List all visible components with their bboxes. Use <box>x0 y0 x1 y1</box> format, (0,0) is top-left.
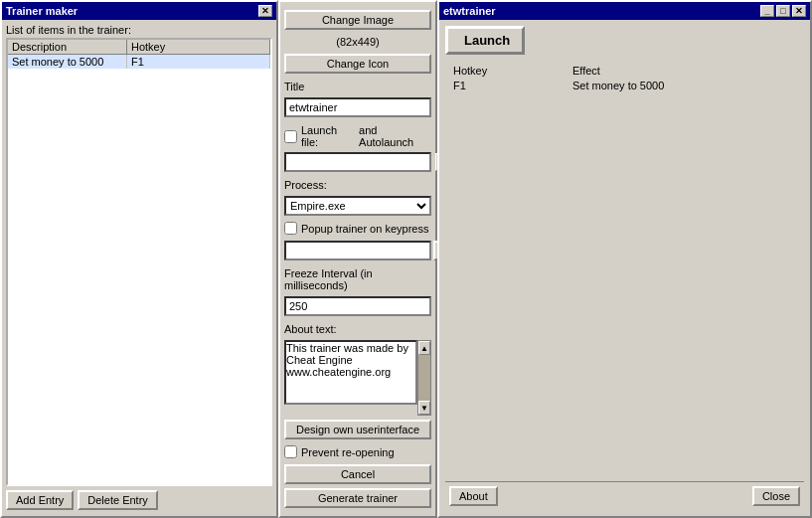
freeze-label: Freeze Interval (in milliseconds) <box>284 267 431 291</box>
about-scrollbar[interactable]: ▲ ▼ <box>417 340 431 416</box>
about-button[interactable]: About <box>449 486 498 506</box>
bottom-buttons: Add Entry Delete Entry <box>6 486 272 512</box>
launch-file-label: Launch file: <box>301 124 355 148</box>
hotkey-value: F1 <box>453 80 513 91</box>
trainer-maker-window-controls: ✕ <box>258 5 272 17</box>
scroll-down-btn[interactable]: ▼ <box>418 401 430 415</box>
col-hotkey: Hotkey <box>127 40 270 54</box>
delete-entry-button[interactable]: Delete Entry <box>78 490 158 510</box>
etwtrainer-titlebar: etwtrainer _ □ ✕ <box>439 2 810 20</box>
freeze-input[interactable] <box>284 296 431 316</box>
about-textarea[interactable]: This trainer was made by Cheat Engine ww… <box>284 340 417 405</box>
process-select[interactable]: Empire.exe <box>284 196 431 216</box>
close-button[interactable]: Close <box>752 486 800 506</box>
autolaunch-label: and Autolaunch <box>359 124 431 148</box>
popup-checkbox[interactable] <box>284 222 297 235</box>
prevent-label: Prevent re-opening <box>301 446 395 458</box>
image-dimensions: (82x449) <box>336 36 379 48</box>
trainer-maker-titlebar: Trainer maker ✕ <box>2 2 276 20</box>
hotkey-header: Hotkey Effect <box>449 63 800 79</box>
effect-value: Set money to 5000 <box>572 80 796 91</box>
etwtrainer-window: etwtrainer _ □ ✕ Launch Hotkey Effect F1… <box>437 0 812 518</box>
trainer-maker-content: List of items in the trainer: Descriptio… <box>2 20 276 516</box>
list-label: List of items in the trainer: <box>6 24 272 36</box>
close-button[interactable]: ✕ <box>258 5 272 17</box>
effect-col-header: Effect <box>572 65 796 77</box>
launch-file-input-row: 📁 <box>284 152 431 172</box>
etwtrainer-title: etwtrainer <box>443 5 496 17</box>
change-image-button[interactable]: Change Image <box>284 10 431 30</box>
image-size: (82x449) <box>284 36 431 48</box>
launch-file-row: Launch file: and Autolaunch <box>284 124 431 148</box>
generate-button[interactable]: Generate trainer <box>284 488 431 508</box>
about-text-label: About text: <box>284 323 431 335</box>
launch-button[interactable]: Launch <box>445 26 525 55</box>
col-description: Description <box>8 40 127 54</box>
prevent-row: Prevent re-opening <box>284 445 431 458</box>
items-list[interactable]: Description Hotkey Set money to 5000 F1 <box>6 38 272 486</box>
process-label: Process: <box>284 179 431 191</box>
trainer-maker-window: Trainer maker ✕ List of items in the tra… <box>0 0 278 518</box>
popup-input-row: Clear <box>284 241 431 260</box>
etwtrainer-window-controls: _ □ ✕ <box>760 5 806 17</box>
launch-file-input[interactable] <box>284 152 431 172</box>
design-ui-button[interactable]: Design own userinterface <box>284 420 431 439</box>
popup-key-input[interactable] <box>284 241 431 260</box>
item-description: Set money to 5000 <box>8 55 127 69</box>
prevent-checkbox[interactable] <box>284 445 297 458</box>
popup-label: Popup trainer on keypress <box>301 223 428 235</box>
scrollbar-track <box>418 355 430 401</box>
hotkey-row: F1 Set money to 5000 <box>449 79 800 92</box>
hotkey-col-header: Hotkey <box>453 65 513 77</box>
etwtrainer-close-btn[interactable]: ✕ <box>792 5 806 17</box>
popup-row: Popup trainer on keypress <box>284 222 431 235</box>
item-hotkey: F1 <box>127 55 270 69</box>
change-icon-button[interactable]: Change Icon <box>284 54 431 74</box>
about-text-container: This trainer was made by Cheat Engine ww… <box>284 340 431 416</box>
etwtrainer-content: Launch Hotkey Effect F1 Set money to 500… <box>439 20 810 516</box>
title-label: Title <box>284 81 431 92</box>
list-item[interactable]: Set money to 5000 F1 <box>8 55 270 69</box>
launch-file-checkbox[interactable] <box>284 130 297 143</box>
title-input[interactable] <box>284 97 431 117</box>
scroll-up-btn[interactable]: ▲ <box>418 341 430 355</box>
trainer-maker-title: Trainer maker <box>6 5 78 17</box>
etwtrainer-minimize-btn[interactable]: _ <box>760 5 774 17</box>
config-panel: Change Image (82x449) Change Icon Title … <box>278 0 437 518</box>
hotkey-table: Hotkey Effect F1 Set money to 5000 <box>445 59 804 481</box>
etwtrainer-footer: About Close <box>445 481 804 510</box>
list-header: Description Hotkey <box>8 40 270 55</box>
etwtrainer-maximize-btn[interactable]: □ <box>776 5 790 17</box>
add-entry-button[interactable]: Add Entry <box>6 490 74 510</box>
cancel-button[interactable]: Cancel <box>284 464 431 484</box>
